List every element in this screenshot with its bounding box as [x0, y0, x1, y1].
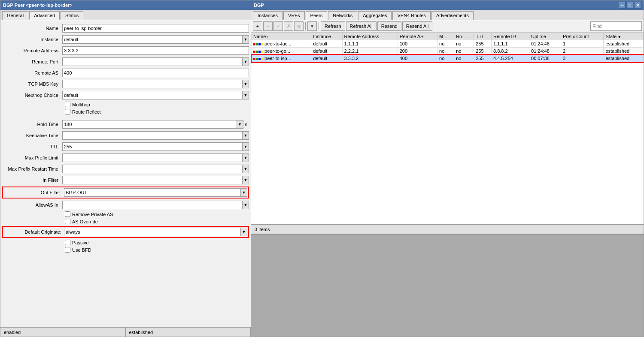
col-remote-address[interactable]: Remote Address — [342, 33, 398, 40]
keepalive-input[interactable] — [62, 131, 242, 140]
tab-peers[interactable]: Peers — [306, 11, 328, 20]
route-reflect-checkbox[interactable] — [65, 109, 70, 114]
remove-button[interactable]: − — [263, 21, 273, 31]
hold-time-dropdown[interactable]: ▼ — [237, 120, 243, 129]
max-prefix-input[interactable] — [62, 153, 242, 162]
remote-port-dropdown[interactable]: ▼ — [242, 57, 249, 66]
cancel-button[interactable]: ✗ — [284, 21, 293, 31]
refresh-all-button[interactable]: Refresh All — [346, 21, 377, 31]
col-ttl[interactable]: TTL — [474, 33, 492, 40]
add-button[interactable]: + — [253, 21, 262, 31]
table-row[interactable]: peer-to-go...default2.2.2.1200nono2558.8… — [252, 48, 644, 55]
tcp-md5-row: TCP MD5 Key: ▼ — [2, 79, 249, 89]
default-originate-dropdown[interactable]: ▼ — [240, 228, 247, 236]
name-label: Name: — [2, 26, 62, 31]
tab-status[interactable]: Status — [61, 11, 83, 20]
table-cell: 1 — [561, 40, 604, 48]
name-row: Name: — [2, 24, 249, 33]
col-remote-as[interactable]: Remote AS — [398, 33, 437, 40]
tab-general[interactable]: General — [2, 11, 28, 20]
remote-address-input[interactable] — [62, 46, 249, 55]
left-status-bar: enabled established — [0, 327, 251, 337]
use-bfd-checkbox[interactable] — [65, 247, 70, 253]
remote-port-input[interactable] — [62, 57, 242, 66]
status-enabled: enabled — [0, 328, 126, 337]
allowas-dropdown[interactable]: ▼ — [242, 201, 249, 209]
tab-networks[interactable]: Networks — [328, 11, 357, 20]
tab-vrfs[interactable]: VRFs — [283, 11, 305, 20]
tcp-md5-input[interactable] — [62, 80, 242, 88]
tcp-md5-dropdown[interactable]: ▼ — [242, 80, 249, 88]
col-m[interactable]: M... — [437, 33, 454, 40]
table-cell: peer-to-fac... — [252, 40, 311, 48]
default-originate-input[interactable] — [64, 228, 240, 236]
use-bfd-label: Use BFD — [72, 247, 91, 253]
tab-advanced[interactable]: Advanced — [29, 11, 60, 20]
remote-address-label: Remote Address: — [2, 48, 62, 53]
keepalive-dropdown[interactable]: ▼ — [242, 131, 249, 140]
col-remote-id[interactable]: Remote ID — [492, 33, 529, 40]
col-prefix-count[interactable]: Prefix Count — [561, 33, 604, 40]
default-originate-label: Default Originate: — [4, 229, 64, 235]
in-filter-input[interactable] — [62, 176, 242, 184]
tab-aggregates[interactable]: Aggregates — [358, 11, 392, 20]
copy-button[interactable]: ⧉ — [294, 21, 304, 31]
max-prefix-dropdown[interactable]: ▼ — [242, 153, 249, 162]
ttl-dropdown[interactable]: ▼ — [242, 142, 249, 151]
in-filter-dropdown[interactable]: ▼ — [242, 176, 249, 184]
as-override-checkbox[interactable] — [65, 219, 70, 224]
table-row[interactable]: peer-to-isp...default3.3.3.2400nono2554.… — [252, 55, 644, 62]
out-filter-input[interactable] — [64, 188, 240, 197]
max-prefix-restart-dropdown[interactable]: ▼ — [242, 165, 249, 173]
out-filter-row: Out Filter: ▼ — [2, 187, 249, 199]
max-prefix-restart-input[interactable] — [62, 165, 242, 173]
allowas-row: AllowAS In: ▼ — [2, 200, 249, 210]
nexthop-control: ▼ — [62, 91, 249, 99]
maximize-btn[interactable]: □ — [626, 2, 633, 9]
table-cell: 00:07:38 — [529, 55, 561, 62]
route-reflect-row: Route Reflect — [2, 109, 249, 114]
find-input[interactable] — [590, 21, 642, 31]
table-cell: 8.8.8.2 — [492, 48, 529, 55]
out-filter-dropdown[interactable]: ▼ — [240, 188, 247, 197]
resend-all-button[interactable]: Resend All — [402, 21, 433, 31]
filter-button[interactable]: ▼ — [307, 21, 317, 31]
route-reflect-label: Route Reflect — [72, 109, 101, 114]
col-uptime[interactable]: Uptime — [529, 33, 561, 40]
allowas-input[interactable] — [62, 201, 242, 209]
resend-button[interactable]: Resend — [377, 21, 401, 31]
instance-dropdown[interactable]: ▼ — [242, 35, 249, 44]
remote-as-input[interactable] — [62, 69, 249, 77]
nexthop-input[interactable] — [62, 91, 242, 99]
col-instance[interactable]: Instance — [311, 33, 342, 40]
col-ro[interactable]: Ro... — [454, 33, 474, 40]
row-icon — [253, 43, 263, 45]
close-btn[interactable]: ✕ — [634, 2, 641, 9]
toolbar-separator-2 — [319, 22, 319, 30]
refresh-button[interactable]: Refresh — [321, 21, 345, 31]
table-cell: peer-to-isp... — [252, 55, 311, 62]
edit-button[interactable]: ✓ — [273, 21, 283, 31]
col-name[interactable]: Name↕ — [252, 33, 311, 40]
hold-time-row: Hold Time: ▼ s — [2, 120, 249, 129]
title-buttons: ─ □ ✕ — [619, 2, 641, 9]
remove-private-as-checkbox[interactable] — [65, 211, 70, 217]
name-input[interactable] — [62, 24, 249, 33]
passive-checkbox[interactable] — [65, 240, 70, 245]
ttl-input[interactable] — [62, 142, 242, 151]
table-cell: established — [604, 55, 644, 62]
instance-input[interactable] — [62, 35, 242, 44]
tab-instances[interactable]: Instances — [253, 11, 283, 20]
in-filter-control: ▼ — [62, 176, 249, 184]
table-cell: 2.2.2.1 — [342, 48, 398, 55]
tab-vpn4-routes[interactable]: VPN4 Routes — [392, 11, 431, 20]
tab-advertisements[interactable]: Advertisements — [431, 11, 474, 20]
hold-time-input[interactable] — [62, 120, 237, 129]
instance-control: ▼ — [62, 35, 249, 44]
col-state[interactable]: State▼ — [604, 33, 644, 40]
max-prefix-restart-control: ▼ — [62, 165, 249, 173]
multihop-checkbox[interactable] — [65, 102, 70, 107]
nexthop-dropdown[interactable]: ▼ — [242, 91, 249, 99]
table-row[interactable]: peer-to-fac...default1.1.1.1100nono2551.… — [252, 40, 644, 48]
minimize-btn[interactable]: ─ — [619, 2, 626, 9]
